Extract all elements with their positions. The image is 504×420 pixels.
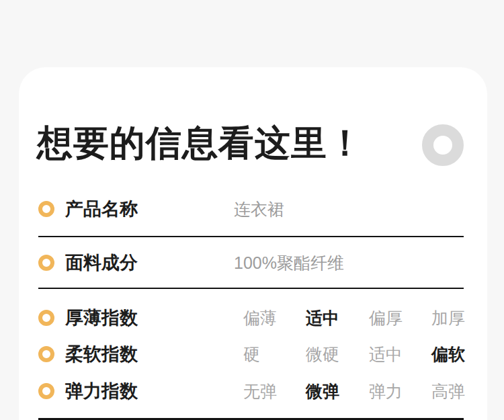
field-label: 柔软指数 xyxy=(65,345,138,364)
product-info-card: 想要的信息看这里！ 产品名称 连衣裙 面料成分 100%聚酯纤维 厚薄指数 偏薄… xyxy=(19,67,487,420)
page-title: 想要的信息看这里！ xyxy=(37,123,413,163)
option: 硬 xyxy=(243,345,260,364)
option: 偏厚 xyxy=(369,308,403,327)
info-row-fabric: 面料成分 100%聚酯纤维 xyxy=(19,253,487,272)
index-row-elasticity: 弹力指数 无弹 微弹 弹力 高弹 xyxy=(19,382,487,401)
gray-ring-icon xyxy=(422,124,464,166)
field-label: 弹力指数 xyxy=(65,382,138,401)
option-selected: 适中 xyxy=(306,308,339,327)
field-label: 面料成分 xyxy=(65,253,138,272)
field-value: 100%聚酯纤维 xyxy=(234,253,344,272)
gold-ring-icon xyxy=(38,255,54,271)
field-value: 连衣裙 xyxy=(234,200,284,218)
option: 加厚 xyxy=(431,308,465,327)
field-label: 产品名称 xyxy=(65,200,138,218)
gold-ring-icon xyxy=(38,346,54,362)
gold-ring-icon xyxy=(38,383,54,399)
option-selected: 偏软 xyxy=(431,345,465,364)
divider xyxy=(38,236,464,237)
index-row-softness: 柔软指数 硬 微硬 适中 偏软 xyxy=(19,345,487,364)
option-selected: 微弹 xyxy=(306,382,339,401)
page-background: 想要的信息看这里！ 产品名称 连衣裙 面料成分 100%聚酯纤维 厚薄指数 偏薄… xyxy=(0,0,504,420)
option: 高弹 xyxy=(431,382,465,401)
index-row-thickness: 厚薄指数 偏薄 适中 偏厚 加厚 xyxy=(19,308,487,327)
gold-ring-icon xyxy=(38,201,54,217)
option: 微硬 xyxy=(306,345,339,364)
gold-ring-icon xyxy=(38,310,54,326)
option: 偏薄 xyxy=(243,308,277,327)
option: 无弹 xyxy=(243,382,277,401)
option: 弹力 xyxy=(369,382,403,401)
info-row-product-name: 产品名称 连衣裙 xyxy=(19,200,487,218)
field-label: 厚薄指数 xyxy=(65,308,138,327)
divider xyxy=(38,288,464,289)
option: 适中 xyxy=(369,345,403,364)
